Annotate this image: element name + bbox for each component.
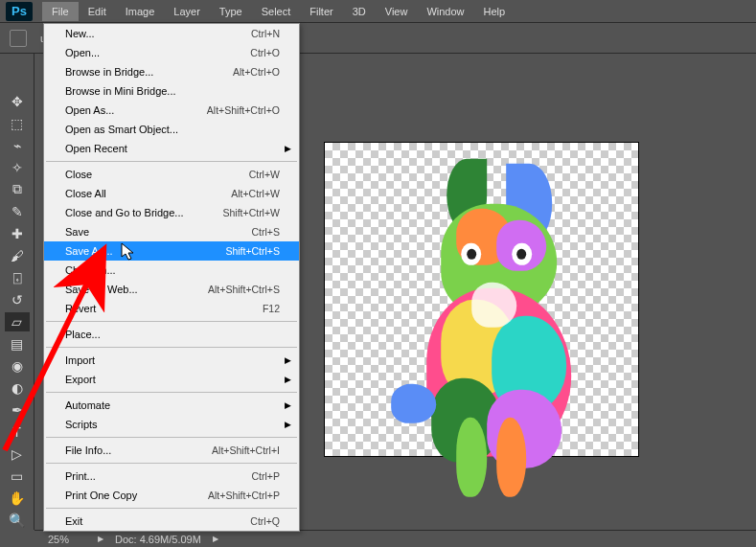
menu-item-open-as[interactable]: Open As...Alt+Shift+Ctrl+O	[44, 101, 299, 120]
menu-file[interactable]: File	[42, 2, 79, 21]
menu-item-print-one-copy[interactable]: Print One CopyAlt+Shift+Ctrl+P	[44, 486, 299, 505]
menu-layer[interactable]: Layer	[164, 2, 210, 21]
submenu-arrow-icon: ▶	[285, 355, 291, 365]
menu-item-check-in[interactable]: Check In...	[44, 261, 299, 280]
menu-item-shortcut: Alt+Shift+Ctrl+P	[208, 490, 280, 501]
tool-lasso[interactable]: ⌁	[5, 136, 30, 154]
menu-item-place[interactable]: Place...	[44, 325, 299, 344]
menu-item-open[interactable]: Open...Ctrl+O	[44, 43, 299, 62]
menu-item-save[interactable]: SaveCtrl+S	[44, 222, 299, 241]
chevron-right-icon[interactable]: ▶	[213, 535, 218, 543]
menu-item-label: Save	[65, 226, 89, 238]
menu-item-label: Open...	[65, 47, 100, 58]
menu-item-label: Exit	[65, 515, 82, 527]
submenu-arrow-icon: ▶	[285, 144, 291, 153]
menu-item-shortcut: Shift+Ctrl+S	[225, 245, 280, 257]
menu-item-open-as-smart-object[interactable]: Open as Smart Object...	[44, 120, 299, 139]
menu-item-label: Close and Go to Bridge...	[65, 207, 184, 218]
menu-item-label: Browse in Mini Bridge...	[65, 85, 176, 97]
menu-item-save-for-web[interactable]: Save for Web...Alt+Shift+Ctrl+S	[44, 280, 299, 299]
menu-item-label: Open as Smart Object...	[65, 124, 178, 135]
menu-item-label: Open As...	[65, 104, 114, 116]
menu-item-shortcut: Alt+Shift+Ctrl+I	[212, 444, 280, 456]
tool-move[interactable]: ✥	[5, 92, 30, 110]
menu-item-label: New...	[65, 28, 95, 39]
tool-history[interactable]: ↺	[5, 290, 30, 308]
menu-item-label: Print One Copy	[65, 490, 137, 501]
menu-view[interactable]: View	[376, 2, 418, 21]
menu-item-label: Print...	[65, 470, 96, 482]
tool-eraser[interactable]: ▱	[5, 312, 30, 330]
menu-help[interactable]: Help	[474, 2, 515, 21]
tool-wand[interactable]: ✧	[5, 158, 30, 176]
menu-item-close[interactable]: CloseCtrl+W	[44, 165, 299, 184]
menu-edit[interactable]: Edit	[79, 2, 116, 21]
tool-eyedrop[interactable]: ✎	[5, 202, 30, 220]
tool-gradient[interactable]: ▤	[5, 335, 30, 353]
menu-item-shortcut: Alt+Shift+Ctrl+S	[208, 284, 280, 295]
tool-path[interactable]: ▷	[5, 445, 30, 464]
menu-item-export[interactable]: Export▶	[44, 370, 299, 389]
tools-panel: ✥⬚⌁✧⧉✎✚🖌⌺↺▱▤◉◐✒T▷▭✋🔍	[0, 54, 34, 530]
menu-item-shortcut: Alt+Ctrl+O	[233, 66, 280, 78]
menu-item-close-and-go-to-bridge[interactable]: Close and Go to Bridge...Shift+Ctrl+W	[44, 203, 299, 222]
menu-item-print[interactable]: Print...Ctrl+P	[44, 467, 299, 486]
chevron-right-icon[interactable]: ▶	[98, 535, 103, 543]
menu-select[interactable]: Select	[252, 2, 301, 21]
menu-item-shortcut: Ctrl+N	[251, 28, 280, 39]
tool-blur[interactable]: ◉	[5, 357, 30, 376]
tool-crop[interactable]: ⧉	[5, 180, 30, 198]
menu-item-shortcut: Ctrl+W	[249, 169, 280, 180]
menu-item-file-info[interactable]: File Info...Alt+Shift+Ctrl+I	[44, 441, 299, 460]
menu-3d[interactable]: 3D	[343, 2, 376, 21]
menu-item-shortcut: F12	[263, 303, 280, 314]
menu-bar: Ps FileEditImageLayerTypeSelectFilter3DV…	[0, 0, 756, 23]
tool-preset-icon[interactable]	[10, 30, 27, 47]
photoshop-logo: Ps	[6, 2, 33, 21]
menu-item-label: Close All	[65, 188, 106, 199]
menu-item-automate[interactable]: Automate▶	[44, 396, 299, 415]
tool-marquee[interactable]: ⬚	[5, 114, 30, 132]
canvas-artwork	[356, 158, 607, 440]
tool-type[interactable]: T	[5, 423, 30, 442]
menu-item-open-recent[interactable]: Open Recent▶	[44, 139, 299, 158]
menu-filter[interactable]: Filter	[300, 2, 342, 21]
menu-item-save-as[interactable]: Save As...Shift+Ctrl+S	[44, 241, 299, 261]
menu-item-shortcut: Alt+Ctrl+W	[231, 188, 280, 199]
tool-stamp[interactable]: ⌺	[5, 268, 30, 286]
zoom-level[interactable]: 25%	[48, 534, 86, 545]
menu-image[interactable]: Image	[116, 2, 165, 21]
menu-item-shortcut: Ctrl+S	[252, 226, 280, 238]
menu-item-scripts[interactable]: Scripts▶	[44, 415, 299, 434]
menu-item-label: Save for Web...	[65, 284, 138, 295]
menu-item-label: Place...	[65, 329, 101, 340]
submenu-arrow-icon: ▶	[285, 400, 291, 410]
menu-item-label: Revert	[65, 303, 96, 314]
tool-patch[interactable]: ✚	[5, 224, 30, 242]
menu-item-label: Open Recent	[65, 143, 127, 154]
menu-item-label: Automate	[65, 399, 110, 411]
menu-item-label: Browse in Bridge...	[65, 66, 153, 78]
menu-item-import[interactable]: Import▶	[44, 351, 299, 370]
menu-item-shortcut: Ctrl+P	[252, 470, 280, 482]
menu-item-label: Save As...	[65, 245, 113, 257]
tool-hand[interactable]: ✋	[5, 490, 30, 508]
menu-type[interactable]: Type	[210, 2, 252, 21]
tool-pen[interactable]: ✒	[5, 401, 30, 420]
menu-item-label: File Info...	[65, 444, 111, 456]
tool-zoom[interactable]: 🔍	[5, 512, 30, 530]
menu-item-new[interactable]: New...Ctrl+N	[44, 24, 299, 43]
menu-window[interactable]: Window	[417, 2, 473, 21]
menu-item-label: Import	[65, 354, 95, 366]
menu-item-exit[interactable]: ExitCtrl+Q	[44, 512, 299, 531]
menu-item-browse-in-mini-bridge[interactable]: Browse in Mini Bridge...	[44, 81, 299, 101]
menu-item-label: Export	[65, 374, 96, 385]
document-canvas[interactable]	[324, 142, 639, 457]
submenu-arrow-icon: ▶	[285, 420, 291, 429]
tool-brush[interactable]: 🖌	[5, 246, 30, 264]
menu-item-close-all[interactable]: Close AllAlt+Ctrl+W	[44, 184, 299, 203]
menu-item-revert[interactable]: RevertF12	[44, 299, 299, 318]
tool-dodge[interactable]: ◐	[5, 379, 30, 398]
tool-shape[interactable]: ▭	[5, 467, 30, 486]
menu-item-browse-in-bridge[interactable]: Browse in Bridge...Alt+Ctrl+O	[44, 62, 299, 81]
